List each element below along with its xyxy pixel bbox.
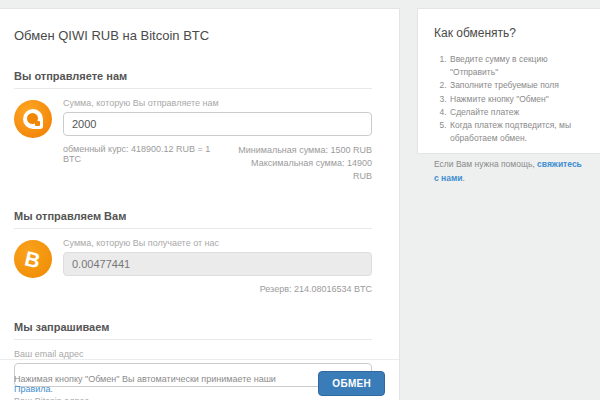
step-item: Нажмите кнопку "Обмен" [449,93,584,106]
bitcoin-icon-glyph: B [23,247,43,271]
receive-fields: Сумма, которую Вы получаете от нас Резер… [63,238,372,294]
qiwi-icon [14,100,52,138]
receive-amount-input [63,252,372,276]
qiwi-icon-dot [27,113,38,124]
qiwi-icon-bubble [23,109,43,129]
disclaimer-text: Нажимая кнопку "Обмен" Вы автоматически … [14,374,294,394]
page-background: Обмен QIWI RUB на Bitcoin BTC Вы отправл… [0,0,600,400]
receive-row: B Сумма, которую Вы получаете от нас Рез… [14,238,372,294]
form-footer: Нажимая кнопку "Обмен" Вы автоматически … [0,359,399,396]
receive-section-header: Мы отправляем Вам [14,210,372,229]
exchange-form-card: Обмен QIWI RUB на Bitcoin BTC Вы отправл… [0,8,400,400]
exchange-rate-text: обменный курс: 418900.12 RUB = 1 BTC [63,144,230,183]
max-sum-text: Максимальная сумма: 14900 RUB [230,157,372,183]
send-meta-row: обменный курс: 418900.12 RUB = 1 BTC Мин… [63,144,372,183]
step-item: Введите сумму в секцию "Отправить" [449,53,584,79]
bitcoin-address-label: Ваш Bitcoin адрес [14,396,372,400]
step-item: Сделайте платеж [449,106,584,119]
send-amount-label: Сумма, которую Вы отправляете нам [63,98,372,108]
min-sum-text: Минимальная сумма: 1500 RUB [230,144,372,157]
send-section-header: Вы отправляете нам [14,70,372,89]
request-section-header: Мы запрашиваем [14,321,372,340]
sidebar-title: Как обменять? [434,26,584,40]
send-row: Сумма, которую Вы отправляете нам обменн… [14,98,372,183]
send-amount-input[interactable] [63,112,372,136]
limits-block: Минимальная сумма: 1500 RUB Максимальная… [230,144,372,183]
disclaimer-suffix: . [51,384,54,394]
send-fields: Сумма, которую Вы отправляете нам обменн… [63,98,372,183]
help-prefix: Если Вам нужна помощь, [434,159,537,169]
rules-link[interactable]: Правила [14,384,51,394]
disclaimer-prefix: Нажимая кнопку "Обмен" Вы автоматически … [14,374,276,384]
bitcoin-address-field-block: Ваш Bitcoin адрес [14,396,372,400]
help-suffix: . [462,173,464,183]
help-text: Если Вам нужна помощь, свяжитесь с нами. [434,158,584,185]
step-item: Когда платеж подтведится, мы обработаем … [449,119,584,145]
receive-amount-label: Сумма, которую Вы получаете от нас [63,238,372,248]
bitcoin-icon: B [14,240,52,278]
exchange-submit-button[interactable]: ОБМЕН [318,371,385,396]
how-to-exchange-card: Как обменять? Введите сумму в секцию "От… [417,8,600,154]
reserve-text: Резерв: 214.08016534 BTC [63,284,372,294]
page-title: Обмен QIWI RUB на Bitcoin BTC [14,28,385,43]
step-item: Заполните требуемые поля [449,79,584,92]
form-content: Вы отправляете нам Сумма, которую Вы отп… [0,70,399,400]
exchange-steps-list: Введите сумму в секцию "Отправить" Запол… [449,53,584,145]
email-label: Ваш email адрес [14,349,372,359]
